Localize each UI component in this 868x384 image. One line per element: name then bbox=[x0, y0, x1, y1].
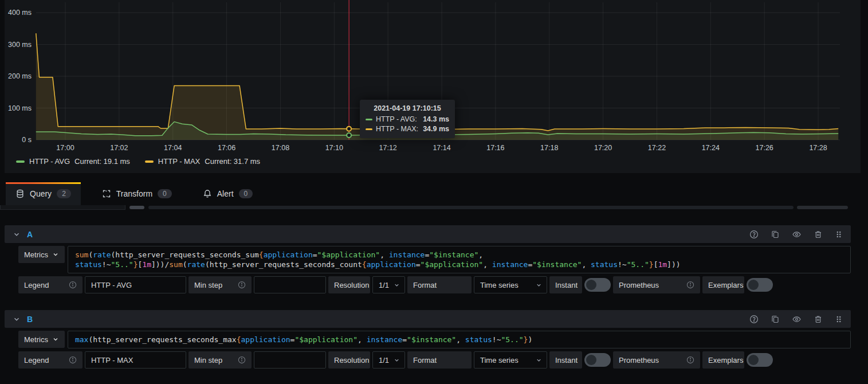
legend-series-name: HTTP - MAX bbox=[158, 157, 200, 166]
chart-legend: HTTP - AVG Current: 19.1 ms HTTP - MAX C… bbox=[16, 157, 260, 166]
query-editor-a: A Metrics sum(rate(http_server_requests_… bbox=[5, 225, 851, 293]
svg-text:17:10: 17:10 bbox=[325, 144, 343, 152]
legend-format-input[interactable] bbox=[85, 276, 186, 293]
tooltip-row-avg: HTTP - AVG: 14.3 ms bbox=[366, 115, 449, 123]
tab-label: Alert bbox=[217, 189, 234, 198]
metrics-dropdown-button[interactable]: Metrics bbox=[18, 246, 65, 263]
trash-icon[interactable] bbox=[814, 315, 823, 324]
query-list: A Metrics sum(rate(http_server_requests_… bbox=[5, 225, 851, 369]
bell-icon bbox=[203, 189, 212, 198]
svg-text:200 ms: 200 ms bbox=[8, 72, 32, 80]
legend-series-name: HTTP - AVG bbox=[29, 157, 70, 166]
svg-text:17:18: 17:18 bbox=[540, 144, 558, 152]
legend-label: Legend bbox=[18, 351, 83, 369]
query-actions bbox=[749, 230, 843, 239]
duplicate-icon[interactable] bbox=[771, 230, 780, 239]
scrollbar-track bbox=[148, 206, 794, 209]
svg-text:17:16: 17:16 bbox=[486, 144, 504, 152]
series-color-dash bbox=[366, 119, 372, 120]
datasource-label: Prometheus bbox=[613, 351, 700, 369]
info-icon[interactable] bbox=[69, 356, 77, 364]
legend-item-http-max[interactable]: HTTP - MAX Current: 31.7 ms bbox=[145, 157, 260, 166]
legend-current-value: Current: 31.7 ms bbox=[205, 157, 260, 166]
svg-text:17:08: 17:08 bbox=[272, 144, 289, 152]
help-icon[interactable] bbox=[749, 315, 759, 324]
min-step-input[interactable] bbox=[254, 351, 326, 369]
info-icon[interactable] bbox=[686, 356, 694, 364]
metrics-dropdown-button[interactable]: Metrics bbox=[18, 331, 65, 348]
svg-text:17:06: 17:06 bbox=[218, 144, 235, 152]
info-icon[interactable] bbox=[238, 281, 246, 289]
min-step-input[interactable] bbox=[254, 276, 326, 293]
eye-icon[interactable] bbox=[792, 315, 802, 324]
format-label: Format bbox=[407, 276, 472, 293]
exemplars-toggle[interactable] bbox=[747, 278, 773, 292]
chevron-down-icon[interactable] bbox=[13, 230, 21, 238]
chevron-down-icon bbox=[52, 336, 59, 343]
resolution-label: Resolution bbox=[328, 351, 370, 369]
legend-item-http-avg[interactable]: HTTP - AVG Current: 19.1 ms bbox=[16, 157, 130, 166]
svg-text:17:24: 17:24 bbox=[702, 144, 720, 152]
transform-icon bbox=[102, 189, 111, 198]
query-header[interactable]: A bbox=[5, 225, 851, 243]
tab-alert[interactable]: Alert 0 bbox=[193, 182, 262, 205]
tooltip-row-max: HTTP - MAX: 34.9 ms bbox=[366, 125, 449, 133]
tab-label: Transform bbox=[116, 189, 152, 198]
tab-count-badge: 0 bbox=[158, 189, 172, 198]
info-icon[interactable] bbox=[69, 281, 77, 289]
resolution-select[interactable]: 1/1 bbox=[372, 351, 405, 369]
info-icon[interactable] bbox=[686, 281, 694, 289]
legend-format-input[interactable] bbox=[85, 351, 186, 369]
query-ref-letter: A bbox=[27, 230, 33, 239]
toggle-knob bbox=[586, 280, 596, 290]
panel-edit-tabbar: Query 2 Transform 0 Alert 0 bbox=[0, 182, 868, 205]
promql-query-input[interactable]: max(http_server_requests_seconds_max{app… bbox=[68, 331, 851, 348]
svg-text:300 ms: 300 ms bbox=[8, 41, 32, 49]
metrics-dropdown-label: Metrics bbox=[24, 335, 48, 344]
trash-icon[interactable] bbox=[814, 230, 823, 239]
format-select[interactable]: Time series bbox=[474, 276, 547, 293]
chevron-down-icon[interactable] bbox=[13, 315, 21, 323]
resolution-label: Resolution bbox=[328, 276, 370, 293]
metrics-dropdown-label: Metrics bbox=[24, 250, 48, 259]
svg-text:17:02: 17:02 bbox=[110, 144, 128, 152]
query-ref-letter: B bbox=[27, 315, 33, 324]
exemplars-toggle[interactable] bbox=[747, 353, 773, 367]
tooltip-series-value: 14.3 ms bbox=[423, 115, 449, 123]
drag-handle-icon[interactable] bbox=[835, 315, 843, 324]
svg-text:17:28: 17:28 bbox=[809, 144, 827, 152]
scrollbar-thumb[interactable] bbox=[129, 206, 144, 209]
series-color-dash bbox=[145, 160, 154, 163]
query-options-row: Legend Min step Resolution 1/1 Format Ti… bbox=[18, 276, 851, 293]
tab-transform[interactable]: Transform 0 bbox=[92, 182, 182, 205]
query-header[interactable]: B bbox=[5, 310, 851, 328]
format-select[interactable]: Time series bbox=[474, 351, 547, 369]
format-label: Format bbox=[407, 351, 472, 369]
svg-text:400 ms: 400 ms bbox=[8, 9, 32, 17]
instant-toggle[interactable] bbox=[584, 353, 611, 367]
promql-query-input[interactable]: sum(rate(http_server_requests_seconds_su… bbox=[68, 246, 851, 273]
legend-label: Legend bbox=[18, 276, 83, 293]
timeseries-chart[interactable]: 0 s100 ms200 ms300 ms400 ms17:0017:0217:… bbox=[0, 0, 868, 172]
instant-toggle[interactable] bbox=[584, 278, 611, 292]
chevron-down-icon bbox=[394, 357, 400, 363]
active-tab-accent bbox=[6, 182, 81, 184]
svg-text:17:04: 17:04 bbox=[164, 144, 182, 152]
tooltip-series-value: 34.9 ms bbox=[423, 125, 449, 133]
resolution-select[interactable]: 1/1 bbox=[372, 276, 405, 293]
instant-label: Instant bbox=[549, 276, 582, 293]
tooltip-series-label: HTTP - AVG: bbox=[376, 115, 417, 123]
query-scroll-strip bbox=[0, 205, 125, 210]
info-icon[interactable] bbox=[238, 356, 246, 364]
duplicate-icon[interactable] bbox=[771, 315, 780, 324]
toggle-knob bbox=[748, 355, 759, 365]
chevron-down-icon bbox=[394, 282, 400, 288]
query-editor-b: B Metrics max(http_server_requests_secon… bbox=[5, 310, 851, 369]
svg-text:17:20: 17:20 bbox=[594, 144, 612, 152]
svg-text:17:22: 17:22 bbox=[648, 144, 666, 152]
tab-query[interactable]: Query 2 bbox=[6, 182, 81, 205]
drag-handle-icon[interactable] bbox=[835, 230, 843, 239]
scrollbar-segment bbox=[797, 206, 848, 209]
eye-icon[interactable] bbox=[792, 230, 802, 239]
help-icon[interactable] bbox=[749, 230, 759, 239]
